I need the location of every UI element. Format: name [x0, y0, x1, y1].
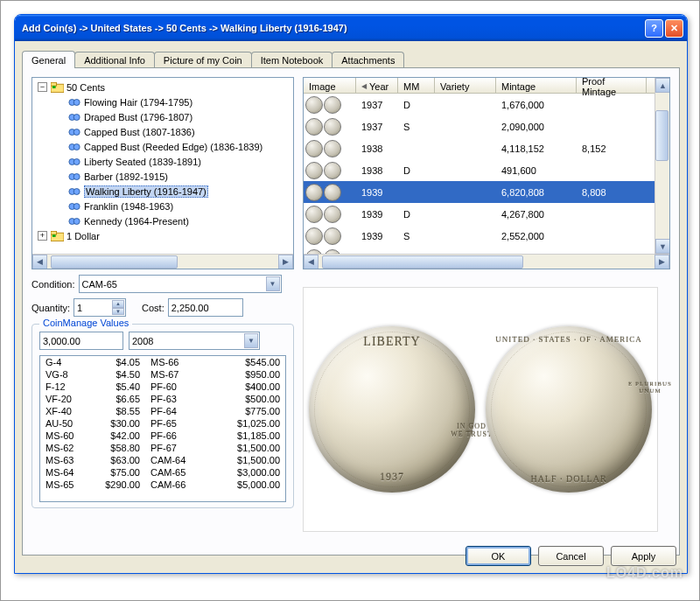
condition-value: CAM-65: [82, 279, 117, 290]
column-header[interactable]: Variety: [435, 78, 496, 93]
svg-rect-2: [52, 86, 55, 88]
tree-item[interactable]: Capped Bust (Reeded Edge) (1836-1839): [34, 139, 291, 154]
column-header[interactable]: MM: [398, 78, 435, 93]
spin-up-icon[interactable]: ▲: [112, 300, 124, 308]
window-titlebar[interactable]: Add Coin(s) -> United States -> 50 Cents…: [15, 15, 687, 41]
tree-item[interactable]: Barber (1892-1915): [34, 169, 291, 184]
coins-icon: [67, 215, 81, 227]
scroll-thumb[interactable]: [655, 110, 668, 161]
values-grid[interactable]: G-4$4.05MS-66$545.00VG-8$4.50MS-67$950.0…: [39, 355, 286, 502]
condition-label: Condition:: [32, 279, 75, 290]
table-vscroll[interactable]: ▲ ▼: [654, 78, 669, 254]
tab-general[interactable]: General: [22, 51, 75, 68]
column-header[interactable]: Proof Mintage: [577, 78, 647, 93]
coin-reverse-image: UNITED · STATES · OF · AMERICA E PLURIBU…: [486, 326, 652, 493]
tree-item[interactable]: Draped Bust (1796-1807): [34, 109, 291, 124]
values-row[interactable]: MS-65$290.00CAM-66$5,000.00: [40, 479, 285, 491]
coin-thumb-icon: [305, 249, 323, 255]
values-fieldset: CoinManage Values 3,000.00 2008 ▼ G-4$4.…: [32, 324, 294, 508]
tab-picture-of-my-coin[interactable]: Picture of my Coin: [154, 52, 252, 67]
tree-item[interactable]: Liberty Seated (1839-1891): [34, 154, 291, 169]
scroll-down-icon[interactable]: ▼: [655, 239, 670, 254]
apply-button[interactable]: Apply: [611, 546, 676, 566]
column-header[interactable]: Image: [304, 78, 356, 93]
values-row[interactable]: MS-60$42.00PF-66$1,185.00: [40, 430, 285, 442]
svg-point-6: [74, 114, 80, 120]
tab-attachments[interactable]: Attachments: [332, 52, 404, 67]
column-header[interactable]: ◀Year: [356, 78, 398, 93]
close-button[interactable]: ✕: [665, 19, 683, 38]
values-row[interactable]: MS-64$75.00CAM-65$3,000.00: [40, 466, 285, 479]
coin-thumb-icon: [324, 96, 341, 114]
tree-hscroll[interactable]: ◀ ▶: [32, 254, 293, 269]
tree-item[interactable]: Franklin (1948-1963): [34, 199, 291, 213]
cost-field[interactable]: 2,250.00: [168, 298, 243, 317]
coins-icon: [67, 200, 81, 212]
table-row[interactable]: 1937S2,090,000: [304, 115, 654, 137]
quantity-stepper[interactable]: 1 ▲▼: [74, 298, 126, 317]
tab-additional-info[interactable]: Additional Info: [74, 52, 155, 67]
table-row[interactable]: 1937D1,676,000: [304, 94, 654, 115]
coin-obverse-image: LIBERTY IN GOD WE TRUST 1937: [309, 326, 475, 493]
coin-thumb-icon: [324, 184, 341, 201]
values-row[interactable]: G-4$4.05MS-66$545.00: [40, 356, 285, 368]
tree-root[interactable]: −50 Cents: [34, 80, 291, 94]
values-row[interactable]: VF-20$6.65PF-63$500.00: [40, 393, 285, 405]
coin-thumb-icon: [305, 227, 323, 245]
tree-root[interactable]: +1 Dollar: [34, 228, 291, 243]
table-row[interactable]: 1939D4,267,800: [304, 203, 654, 225]
chevron-down-icon[interactable]: ▼: [244, 333, 258, 348]
help-button[interactable]: ?: [645, 19, 663, 38]
scroll-thumb[interactable]: [51, 255, 178, 269]
tree-item[interactable]: Capped Bust (1807-1836): [34, 124, 291, 139]
table-row[interactable]: 19396,820,8088,808: [304, 181, 654, 203]
table-row[interactable]: 1938D491,600: [304, 159, 654, 181]
coin-thumb-icon: [324, 118, 341, 136]
quantity-value: 1: [77, 303, 82, 313]
tab-item-notebook[interactable]: Item Notebook: [251, 52, 333, 67]
coin-thumb-icon: [305, 162, 323, 179]
values-row[interactable]: VG-8$4.50MS-67$950.00: [40, 368, 285, 381]
values-row[interactable]: XF-40$8.55PF-64$775.00: [40, 405, 285, 417]
coin-thumb-icon: [305, 140, 323, 157]
scroll-right-icon[interactable]: ▶: [654, 255, 669, 269]
values-row[interactable]: F-12$5.40PF-60$400.00: [40, 381, 285, 393]
value-price-field[interactable]: 3,000.00: [39, 332, 123, 350]
dialog-window: Add Coin(s) -> United States -> 50 Cents…: [14, 14, 688, 574]
value-year-combo[interactable]: 2008 ▼: [129, 332, 260, 350]
expand-icon[interactable]: +: [38, 231, 47, 241]
coin-table[interactable]: Image◀YearMMVarietyMintageProof Mintage …: [303, 77, 670, 269]
scroll-up-icon[interactable]: ▲: [655, 78, 670, 93]
scroll-right-icon[interactable]: ▶: [278, 255, 293, 269]
scroll-left-icon[interactable]: ◀: [32, 255, 47, 269]
table-hscroll[interactable]: ◀ ▶: [304, 254, 669, 269]
coin-thumb-icon: [324, 162, 341, 179]
column-header[interactable]: Mintage: [496, 78, 577, 93]
svg-point-20: [74, 218, 80, 224]
window-title: Add Coin(s) -> United States -> 50 Cents…: [22, 23, 643, 33]
tree-item[interactable]: Walking Liberty (1916-1947): [34, 184, 291, 199]
scroll-left-icon[interactable]: ◀: [304, 255, 318, 269]
coin-image-area: LIBERTY IN GOD WE TRUST 1937 UNITED · ST…: [303, 287, 658, 532]
table-row[interactable]: 19384,118,1528,152: [304, 137, 654, 159]
table-row[interactable]: 1939S2,552,000: [304, 225, 654, 247]
condition-combo[interactable]: CAM-65 ▼: [79, 275, 282, 293]
chevron-down-icon[interactable]: ▼: [266, 276, 280, 291]
values-row[interactable]: AU-50$30.00PF-65$1,025.00: [40, 417, 285, 430]
tree-item[interactable]: Flowing Hair (1794-1795): [34, 94, 291, 109]
coins-icon: [67, 156, 81, 167]
tree-item[interactable]: Kennedy (1964-Present): [34, 213, 291, 228]
table-row[interactable]: 19409,167,27911,279: [304, 247, 654, 254]
coin-thumb-icon: [324, 140, 341, 157]
cancel-button[interactable]: Cancel: [538, 546, 604, 566]
coins-icon: [67, 111, 81, 122]
ok-button[interactable]: OK: [466, 546, 531, 566]
values-row[interactable]: MS-63$63.00CAM-64$1,500.00: [40, 454, 285, 466]
cost-label: Cost:: [142, 303, 164, 313]
values-row[interactable]: MS-62$58.80PF-67$1,500.00: [40, 442, 285, 454]
scroll-thumb[interactable]: [322, 255, 523, 269]
collapse-icon[interactable]: −: [38, 82, 47, 92]
category-tree[interactable]: −50 CentsFlowing Hair (1794-1795)Draped …: [32, 77, 294, 269]
spin-down-icon[interactable]: ▼: [112, 308, 124, 316]
svg-point-4: [74, 99, 80, 105]
